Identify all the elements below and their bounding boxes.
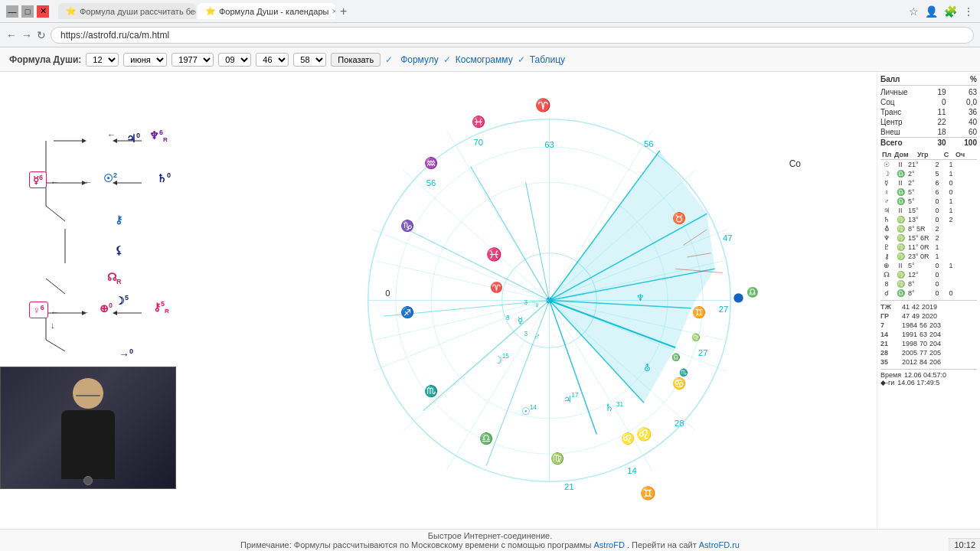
svg-text:56: 56: [644, 139, 654, 148]
planet-row-asc: ☌ ♎ 8° 0 0: [880, 289, 977, 298]
stats-header-pct: %: [970, 75, 977, 83]
formula-link[interactable]: Формулу: [400, 54, 439, 65]
svg-point-82: [733, 293, 743, 302]
svg-text:♑: ♑: [400, 219, 414, 233]
arrow-jn: ←: [107, 130, 116, 139]
time-row: Время 12.06 04:57:0: [880, 371, 977, 379]
video-person: [1, 367, 175, 488]
planet-row-sun: ☉ II 21° 2 1: [880, 160, 977, 169]
forward-button[interactable]: →: [21, 29, 32, 41]
planet-row-mercury: ☿ II 2° 6 0: [880, 178, 977, 187]
venus-box: ♀6: [29, 302, 48, 318]
svg-text:♓: ♓: [472, 115, 485, 129]
tab-close-2[interactable]: ✕: [332, 8, 335, 15]
formula-label: Формула Души:: [9, 54, 81, 65]
svg-text:♍: ♍: [691, 333, 701, 342]
period-tj: ТЖ 41 42 2019: [880, 302, 977, 311]
planet-row-jupiter: ♃ II 15° 0 1: [880, 206, 977, 215]
arrow-down: ↓: [51, 321, 55, 330]
tab-icon-1: ⭐: [66, 6, 77, 16]
astrofd-link-2[interactable]: AstroFD.ru: [699, 540, 740, 549]
min-select[interactable]: 46: [256, 53, 289, 67]
svg-text:♏: ♏: [424, 384, 438, 398]
svg-line-10: [46, 279, 65, 294]
svg-text:♐: ♐: [400, 305, 414, 319]
maximize-button[interactable]: □: [21, 5, 34, 18]
stat-social: Соц 0 0,0: [880, 97, 977, 107]
svg-text:♎: ♎: [671, 353, 681, 362]
astrofd-link-1[interactable]: AstroFD: [594, 540, 625, 549]
mercury-box: ☿6: [29, 171, 47, 188]
time-val: 12.06 04:57:0: [904, 371, 946, 379]
main-area: ♃0 ← ♆6R ☿6 ← ☉2 ← ♄0 ⚷ ⚸ ☊R ☽5: [0, 72, 980, 529]
person-silhouette: [57, 378, 119, 478]
svg-text:56: 56: [426, 178, 436, 187]
return-val: 14.06 17:49:5: [897, 379, 939, 386]
svg-text:♆: ♆: [636, 292, 645, 303]
svg-text:14: 14: [530, 404, 537, 411]
hour-select[interactable]: 09: [218, 53, 251, 67]
planet-row-chiron: ⚷ ♍ 23° 0R 1: [880, 252, 977, 261]
arrow-s: ←: [84, 178, 93, 187]
planet-table: Пл Дом Угр С Оч ☉ II 21° 2 1 ☽ ♎ 2°: [880, 151, 977, 298]
address-input[interactable]: [51, 27, 974, 44]
planet-row-moon: ☽ ♎ 2° 5 1: [880, 169, 977, 178]
time-section: Время 12.06 04:57:0 ◆-ги 14.06 17:49:5: [880, 369, 977, 386]
svg-text:⛢: ⛢: [644, 363, 651, 373]
svg-text:♓: ♓: [486, 246, 502, 262]
minimize-button[interactable]: —: [6, 5, 18, 18]
extensions-icon[interactable]: 🧩: [944, 5, 957, 18]
tab-formula-calc[interactable]: ⭐ Формула души рассчитать бес... ✕: [58, 3, 196, 19]
checkmark-icon-3: ✓: [518, 54, 525, 65]
saturn-symbol: ♄0: [157, 171, 171, 184]
svg-text:♎: ♎: [479, 432, 493, 445]
menu-icon[interactable]: ⋮: [963, 5, 974, 18]
sec-select[interactable]: 58: [293, 53, 326, 67]
clock-display: 10:12: [949, 538, 980, 551]
table-link[interactable]: Таблицу: [530, 54, 565, 65]
profile-icon[interactable]: 👤: [925, 5, 938, 18]
svg-text:♊: ♊: [640, 485, 656, 501]
lilith-symbol: ⊕0: [100, 302, 113, 315]
svg-line-40: [423, 301, 550, 411]
tab-calendar[interactable]: ⭐ Формула Души - календары ✕: [198, 3, 335, 19]
svg-text:17: 17: [571, 392, 579, 399]
address-bar-row: ← → ↻: [0, 23, 980, 47]
star-icon[interactable]: ☆: [909, 5, 919, 18]
chiron-symbol: ⚷: [115, 214, 122, 226]
return-label: ◆-ги: [880, 379, 894, 386]
month-select[interactable]: июня: [123, 53, 167, 67]
add-tab-button[interactable]: +: [337, 5, 350, 18]
period-section: ТЖ 41 42 2019 ГР 47 49 2020 7 1984 56 20…: [880, 300, 977, 367]
svg-line-6: [46, 206, 65, 221]
svg-text:27: 27: [698, 348, 708, 357]
stat-center: Центр 22 40: [880, 117, 977, 127]
astro-chart-svg: ♈ ♓ ♒ ♑ ♐ ♏ ♎ ♍ ♌ ♋ ♊ ♉ 63 70 56 0 21 14…: [222, 72, 877, 529]
status-bar: Быстрое Интернет-соединение. Примечание:…: [0, 529, 980, 551]
connection-status: Быстрое Интернет-соединение.: [6, 531, 974, 540]
stat-trans: Транс 11 36: [880, 107, 977, 117]
reload-button[interactable]: ↻: [37, 29, 46, 41]
svg-text:♋: ♋: [672, 377, 686, 390]
mic-indicator: [83, 476, 93, 485]
show-button[interactable]: Показать: [331, 53, 381, 67]
arrow-m1: ←: [51, 178, 59, 187]
planet-row-venus: ♀ ♎ 5° 6 0: [880, 187, 977, 197]
svg-text:15: 15: [502, 353, 510, 360]
svg-text:8: 8: [506, 315, 510, 321]
glasses: [76, 395, 100, 396]
svg-line-12: [46, 340, 65, 351]
day-select[interactable]: 12: [86, 53, 119, 67]
tab-icon-2: ⭐: [205, 6, 216, 16]
cosmo-link[interactable]: Космограмму: [456, 54, 513, 65]
svg-text:♌: ♌: [636, 426, 652, 442]
close-button[interactable]: ✕: [37, 5, 49, 18]
planet-row-uranus: ⛢ ♍ 8° 5R 2: [880, 224, 977, 233]
right-panel: Балл % Личные 19 63 Соц 0 0,0 Транс 11 3…: [877, 72, 980, 529]
proserpina-symbol: ⚸: [115, 244, 122, 256]
co-label: Co: [789, 158, 801, 169]
back-button[interactable]: ←: [6, 29, 17, 41]
year-select[interactable]: 1977: [172, 53, 214, 67]
browser-chrome: — □ ✕ ⭐ Формула души рассчитать бес... ✕…: [0, 0, 980, 23]
svg-text:♏: ♏: [679, 368, 688, 377]
